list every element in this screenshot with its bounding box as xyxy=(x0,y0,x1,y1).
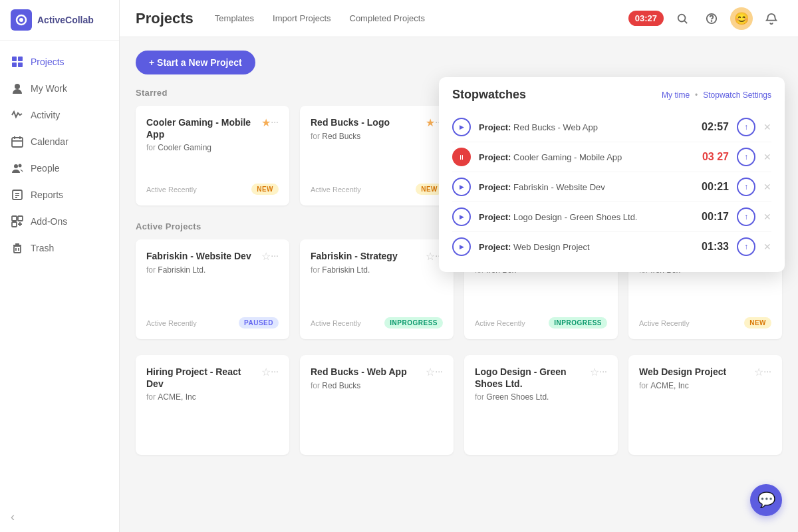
card-menu-button[interactable]: ··· xyxy=(271,366,279,376)
card-title: Hiring Project - React Dev xyxy=(146,366,256,390)
stopwatch-links: My time • Stopwatch Settings xyxy=(662,90,771,100)
card-menu-button[interactable]: ··· xyxy=(271,250,279,261)
stopwatch-time-4: 01:33 xyxy=(696,241,729,253)
svg-rect-21 xyxy=(14,246,21,253)
star-icon[interactable]: ☆ xyxy=(261,250,271,263)
svg-point-7 xyxy=(15,84,20,89)
svg-rect-19 xyxy=(18,216,23,221)
svg-rect-8 xyxy=(12,138,23,147)
svg-rect-20 xyxy=(12,222,17,227)
main-content: Projects Templates Import Projects Compl… xyxy=(120,0,798,532)
sidebar-item-people[interactable]: People xyxy=(0,155,119,182)
tab-templates[interactable]: Templates xyxy=(207,8,262,29)
stopwatch-upload-button-0[interactable]: ↑ xyxy=(737,118,755,136)
card-client: for Green Shoes Ltd. xyxy=(475,392,607,402)
chat-bubble-button[interactable]: 💬 xyxy=(750,484,782,516)
help-button[interactable] xyxy=(701,8,722,29)
svg-rect-18 xyxy=(12,216,17,221)
star-icon[interactable]: ☆ xyxy=(426,366,435,378)
card-client: for Cooler Gaming xyxy=(146,143,279,152)
sidebar-item-reports[interactable]: Reports xyxy=(0,182,119,208)
star-icon[interactable]: ☆ xyxy=(426,250,435,263)
timer-badge[interactable]: 03:27 xyxy=(628,11,664,26)
logo[interactable]: ActiveCollab xyxy=(0,0,119,41)
project-card-web-design: Web Design Project ☆ ··· for ACME, Inc xyxy=(628,355,782,455)
star-icon[interactable]: ★ xyxy=(261,116,271,129)
page-title: Projects xyxy=(136,10,194,27)
card-title: Fabriskin - Website Dev xyxy=(146,250,256,262)
sidebar-item-label-activity: Activity xyxy=(31,110,60,120)
stopwatch-project-1: Project: Cooler Gaming - Mobile App xyxy=(479,152,688,162)
card-menu-button[interactable]: ··· xyxy=(763,366,771,376)
sidebar-item-trash[interactable]: Trash xyxy=(0,235,119,261)
sidebar-item-label-trash: Trash xyxy=(31,243,54,253)
svg-rect-5 xyxy=(12,63,17,67)
stopwatch-upload-button-2[interactable]: ↑ xyxy=(737,178,755,196)
activity-icon xyxy=(11,108,24,122)
search-button[interactable] xyxy=(672,8,693,29)
reports-icon xyxy=(11,188,24,201)
card-activity: Active Recently xyxy=(475,319,525,327)
projects-icon xyxy=(11,55,24,68)
stopwatch-play-button-0[interactable] xyxy=(452,118,471,136)
card-client: for Fabriskin Ltd. xyxy=(311,265,443,275)
sidebar-item-calendar[interactable]: Calendar xyxy=(0,128,119,155)
stopwatch-close-button-2[interactable]: ✕ xyxy=(763,182,771,192)
svg-point-12 xyxy=(14,164,18,168)
svg-point-27 xyxy=(712,21,712,21)
notifications-button[interactable] xyxy=(761,8,782,29)
stopwatch-project-0: Project: Red Bucks - Web App xyxy=(479,122,688,132)
sidebar: ActiveCollab Projects My Work Activity C… xyxy=(0,0,120,532)
tab-import-projects[interactable]: Import Projects xyxy=(265,8,338,29)
topbar: Projects Templates Import Projects Compl… xyxy=(120,0,798,37)
star-icon[interactable]: ☆ xyxy=(261,366,271,378)
card-client: for Red Bucks xyxy=(311,381,443,390)
stopwatch-entry-0: Project: Red Bucks - Web App 02:57 ↑ ✕ xyxy=(452,112,771,142)
stopwatch-close-button-0[interactable]: ✕ xyxy=(763,122,771,132)
tab-completed-projects[interactable]: Completed Projects xyxy=(342,8,433,29)
sidebar-item-activity[interactable]: Activity xyxy=(0,102,119,128)
card-menu-button[interactable]: ··· xyxy=(435,366,443,376)
stopwatch-close-button-1[interactable]: ✕ xyxy=(763,152,771,162)
stopwatch-entry-1: Project: Cooler Gaming - Mobile App 03 2… xyxy=(452,142,771,172)
star-icon[interactable]: ☆ xyxy=(590,366,599,378)
card-title: Red Bucks - Logo xyxy=(311,116,420,128)
user-avatar-button[interactable]: 😊 xyxy=(730,7,753,30)
project-card-logo-design-green: Logo Design - Green Shoes Ltd. ☆ ··· for… xyxy=(464,355,618,455)
stopwatch-upload-button-1[interactable]: ↑ xyxy=(737,148,755,166)
stopwatch-play-button-4[interactable] xyxy=(452,237,471,256)
new-project-button[interactable]: + Start a New Project xyxy=(136,51,255,74)
card-menu-button[interactable]: ··· xyxy=(599,366,607,376)
card-client: for Fabriskin Ltd. xyxy=(146,265,279,275)
topbar-actions: 03:27 😊 xyxy=(628,7,782,30)
star-icon[interactable]: ☆ xyxy=(754,366,763,378)
sidebar-item-projects[interactable]: Projects xyxy=(0,49,119,75)
status-badge: INPROGRESS xyxy=(549,317,607,329)
sidebar-item-label-people: People xyxy=(31,163,60,174)
stopwatch-time-2: 00:21 xyxy=(696,181,729,193)
logo-text: ActiveCollab xyxy=(37,15,94,25)
sidebar-item-my-work[interactable]: My Work xyxy=(0,75,119,102)
stopwatch-play-button-2[interactable] xyxy=(452,178,471,196)
stopwatch-close-button-3[interactable]: ✕ xyxy=(763,211,771,222)
star-icon[interactable]: ★ xyxy=(426,116,435,129)
stopwatch-upload-button-3[interactable]: ↑ xyxy=(737,207,755,226)
sidebar-collapse-button[interactable]: ‹ xyxy=(0,502,119,532)
project-card-fabriskin-strategy: Fabriskin - Strategy ☆ ··· for Fabriskin… xyxy=(300,239,454,339)
card-menu-button[interactable]: ··· xyxy=(271,116,279,127)
stopwatch-settings-link[interactable]: Stopwatch Settings xyxy=(703,90,771,100)
stopwatch-close-button-4[interactable]: ✕ xyxy=(763,241,771,252)
stopwatch-upload-button-4[interactable]: ↑ xyxy=(737,237,755,256)
sidebar-item-label-projects: Projects xyxy=(31,57,65,67)
card-title: Red Bucks - Web App xyxy=(311,366,420,378)
sidebar-item-add-ons[interactable]: Add-Ons xyxy=(0,208,119,235)
my-time-link[interactable]: My time xyxy=(662,90,690,100)
stopwatch-pause-button-1[interactable] xyxy=(452,148,471,166)
card-client: for Red Bucks xyxy=(311,132,443,141)
card-activity: Active Recently xyxy=(311,186,361,194)
svg-rect-3 xyxy=(12,57,17,61)
stopwatch-time-0: 02:57 xyxy=(696,121,729,133)
content-area: + Start a New Project Starred Cooler Gam… xyxy=(120,37,798,532)
stopwatch-play-button-3[interactable] xyxy=(452,207,471,226)
svg-point-24 xyxy=(678,14,686,21)
